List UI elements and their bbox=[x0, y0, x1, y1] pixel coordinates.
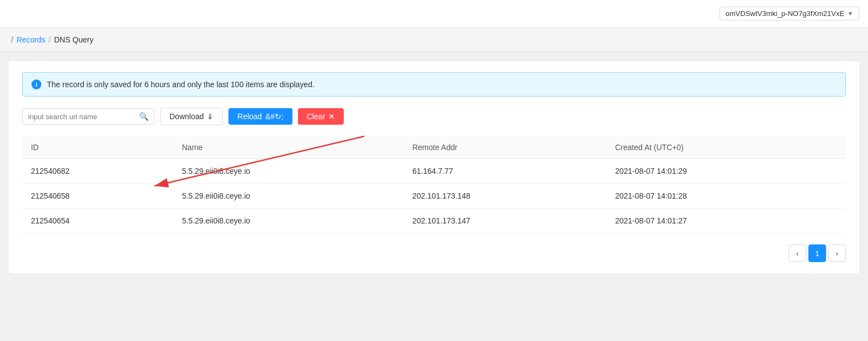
search-icon: 🔍 bbox=[139, 112, 148, 121]
table-row: 2125406585.5.29.eii0i8.ceye.io202.101.17… bbox=[22, 184, 846, 209]
info-message: The record is only saved for 6 hours and… bbox=[47, 80, 315, 89]
table-row: 2125406825.5.29.eii0i8.ceye.io61.164.7.7… bbox=[22, 159, 846, 184]
cell-name: 5.5.29.eii0i8.ceye.io bbox=[173, 159, 404, 184]
records-table: ID Name Remote Addr Created At (UTC+0) 2… bbox=[22, 136, 846, 233]
clear-label: Clear bbox=[307, 112, 325, 121]
prev-page-button[interactable]: ‹ bbox=[789, 244, 806, 262]
info-banner: i The record is only saved for 6 hours a… bbox=[22, 72, 846, 97]
cell-name: 5.5.29.eii0i8.ceye.io bbox=[173, 209, 404, 233]
download-label: Download bbox=[169, 112, 204, 121]
search-input-wrapper[interactable]: 🔍 bbox=[22, 108, 155, 125]
cell-remote-addr: 202.101.173.148 bbox=[403, 184, 606, 209]
cell-name: 5.5.29.eii0i8.ceye.io bbox=[173, 184, 404, 209]
next-icon: › bbox=[836, 249, 838, 258]
cell-created-at: 2021-08-07 14:01:27 bbox=[606, 209, 846, 233]
breadcrumb-current: DNS Query bbox=[54, 35, 94, 44]
page-1-button[interactable]: 1 bbox=[808, 244, 826, 262]
toolbar: 🔍 Download ⇓ Reload &#↻; Clear ✕ bbox=[22, 108, 846, 125]
table-container: ID Name Remote Addr Created At (UTC+0) 2… bbox=[22, 136, 846, 233]
next-page-button[interactable]: › bbox=[828, 244, 846, 262]
info-icon: i bbox=[31, 79, 41, 89]
cell-created-at: 2021-08-07 14:01:28 bbox=[606, 184, 846, 209]
breadcrumb-separator: / bbox=[49, 35, 51, 44]
workspace-dropdown[interactable]: omVDSwtV3mki_p-NO7g3fXm21VxE ▼ bbox=[720, 7, 859, 20]
cell-remote-addr: 202.101.173.147 bbox=[403, 209, 606, 233]
breadcrumb: / Records / DNS Query bbox=[0, 28, 868, 52]
download-button[interactable]: Download ⇓ bbox=[160, 108, 223, 125]
breadcrumb-separator-start: / bbox=[11, 35, 13, 44]
col-remote-addr: Remote Addr bbox=[403, 136, 606, 159]
cell-id: 212540682 bbox=[22, 159, 173, 184]
reload-icon: &#↻; bbox=[265, 112, 284, 121]
col-created-at: Created At (UTC+0) bbox=[606, 136, 846, 159]
reload-button[interactable]: Reload &#↻; bbox=[228, 108, 292, 125]
cell-id: 212540654 bbox=[22, 209, 173, 233]
workspace-label: omVDSwtV3mki_p-NO7g3fXm21VxE bbox=[726, 9, 844, 18]
prev-icon: ‹ bbox=[796, 249, 798, 258]
col-id: ID bbox=[22, 136, 173, 159]
search-input[interactable] bbox=[28, 113, 139, 121]
download-icon: ⇓ bbox=[207, 112, 214, 121]
table-row: 2125406545.5.29.eii0i8.ceye.io202.101.17… bbox=[22, 209, 846, 233]
cell-remote-addr: 61.164.7.77 bbox=[403, 159, 606, 184]
main-content: i The record is only saved for 6 hours a… bbox=[9, 61, 859, 273]
reload-label: Reload bbox=[237, 112, 262, 121]
cell-id: 212540658 bbox=[22, 184, 173, 209]
breadcrumb-records-link[interactable]: Records bbox=[17, 35, 45, 44]
page-1-label: 1 bbox=[815, 249, 819, 258]
chevron-down-icon: ▼ bbox=[848, 10, 853, 17]
col-name: Name bbox=[173, 136, 404, 159]
close-icon: ✕ bbox=[328, 112, 335, 121]
cell-created-at: 2021-08-07 14:01:29 bbox=[606, 159, 846, 184]
top-bar: omVDSwtV3mki_p-NO7g3fXm21VxE ▼ bbox=[0, 0, 868, 28]
pagination: ‹ 1 › bbox=[22, 244, 846, 262]
clear-button[interactable]: Clear ✕ bbox=[298, 108, 344, 125]
